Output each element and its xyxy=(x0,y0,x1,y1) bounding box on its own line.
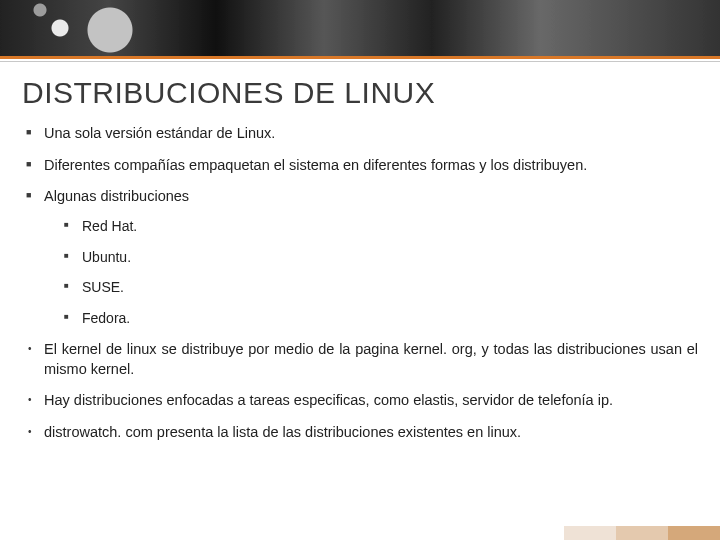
bottom-accent-bar xyxy=(0,526,720,540)
sub-bullet-list: Red Hat. Ubuntu. SUSE. Fedora. xyxy=(44,217,698,329)
slide-title: DISTRIBUCIONES DE LINUX xyxy=(22,76,698,110)
accent-segment xyxy=(668,526,720,540)
bullet-item: Hay distribuciones enfocadas a tareas es… xyxy=(22,391,698,411)
bullet-item: Algunas distribuciones Red Hat. Ubuntu. … xyxy=(22,187,698,328)
header-image-gears xyxy=(0,0,720,56)
accent-segment xyxy=(564,526,616,540)
slide: DISTRIBUCIONES DE LINUX Una sola versión… xyxy=(0,0,720,540)
bullet-item: Diferentes compañías empaquetan el siste… xyxy=(22,156,698,176)
sub-bullet-item: Fedora. xyxy=(62,309,698,328)
accent-divider xyxy=(0,56,720,59)
sub-bullet-item: Red Hat. xyxy=(62,217,698,236)
bullet-item: Una sola versión estándar de Linux. xyxy=(22,124,698,144)
content-area: DISTRIBUCIONES DE LINUX Una sola versión… xyxy=(0,62,720,443)
bullet-text: Algunas distribuciones xyxy=(44,188,189,204)
sub-bullet-item: SUSE. xyxy=(62,278,698,297)
sub-bullet-item: Ubuntu. xyxy=(62,248,698,267)
bullet-item: distrowatch. com presenta la lista de la… xyxy=(22,423,698,443)
bullet-list: Una sola versión estándar de Linux. Dife… xyxy=(22,124,698,443)
spacer xyxy=(0,526,564,540)
accent-segment xyxy=(616,526,668,540)
bullet-item: El kernel de linux se distribuye por med… xyxy=(22,340,698,379)
